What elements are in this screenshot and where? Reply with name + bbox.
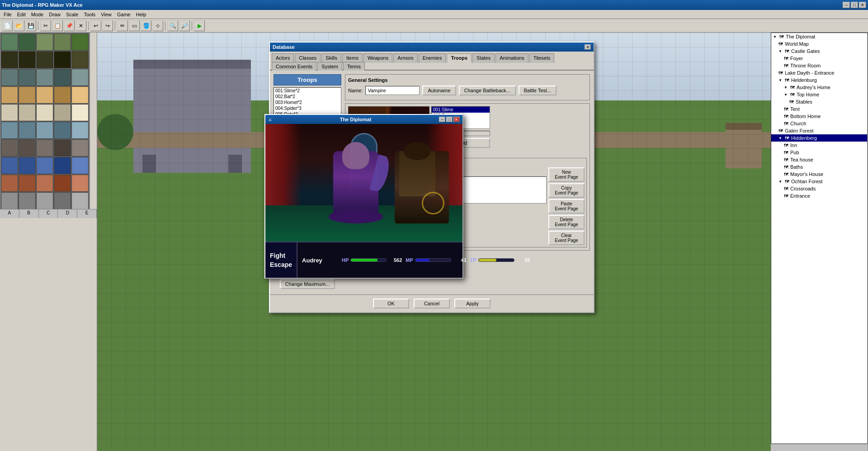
tile-19[interactable] <box>71 86 89 104</box>
tile-36[interactable] <box>19 157 36 174</box>
cancel-btn[interactable]: Cancel <box>414 299 450 309</box>
tile-14[interactable] <box>71 69 89 86</box>
map-item-hiddenberg[interactable]: ▼ 🗺 Hiddenberg <box>771 134 867 142</box>
palette-tab-c[interactable]: C <box>39 209 58 218</box>
tile-37[interactable] <box>36 157 53 174</box>
map-item-worldmap[interactable]: 🗺 World Map <box>771 40 867 47</box>
tab-weapons[interactable]: Weapons <box>363 53 392 63</box>
map-item-castlegates[interactable]: ▼ 🗺 Castle Gates <box>771 47 867 55</box>
tab-items[interactable]: Items <box>342 53 363 63</box>
minimize-btn[interactable]: ─ <box>843 2 850 8</box>
tile-45[interactable] <box>1 192 18 209</box>
menu-edit[interactable]: Edit <box>14 11 28 18</box>
delete-event-page-btn[interactable]: DeleteEvent Page <box>548 215 585 229</box>
tile-40[interactable] <box>1 175 18 192</box>
tile-30[interactable] <box>1 139 18 157</box>
tab-skills[interactable]: Skills <box>321 53 341 63</box>
ok-btn[interactable]: OK <box>373 299 409 309</box>
map-item-ochtanforest[interactable]: ▼ 🗺 Ochtan Forest <box>771 178 867 185</box>
map-item-tent[interactable]: 🗺 Tent <box>771 105 867 113</box>
tile-32[interactable] <box>36 139 53 157</box>
menu-draw[interactable]: Draw <box>46 11 63 18</box>
tile-29[interactable] <box>71 122 89 139</box>
tile-10[interactable] <box>1 69 18 86</box>
tile-28[interactable] <box>54 122 71 139</box>
battle-test-btn[interactable]: Battle Test... <box>519 85 557 95</box>
map-item-lakedayth[interactable]: 🗺 Lake Dayth - Entrance <box>771 69 867 76</box>
tile-1[interactable] <box>19 33 36 51</box>
map-list[interactable]: ▼ 🗺 The Diplomat 🗺 World Map ▼ 🗺 Castle … <box>771 33 868 444</box>
toolbar-copy[interactable]: 📋 <box>52 20 63 31</box>
toolbar-play[interactable]: ▶ <box>194 20 205 31</box>
tile-4[interactable] <box>71 33 89 51</box>
tile-39[interactable] <box>71 157 89 174</box>
tab-actors[interactable]: Actors <box>272 53 294 63</box>
menu-mode[interactable]: Mode <box>28 11 47 18</box>
map-item-church[interactable]: 🗺 Church <box>771 120 867 127</box>
troops-item-2[interactable]: 002:Bat*2 <box>274 94 341 100</box>
new-event-page-btn[interactable]: NewEvent Page <box>548 167 585 182</box>
tab-terms[interactable]: Terms <box>343 62 365 71</box>
tile-25[interactable] <box>1 122 18 139</box>
map-item-mayorshouse[interactable]: 🗺 Mayor's House <box>771 171 867 178</box>
menu-file[interactable]: File <box>1 11 14 18</box>
tab-system[interactable]: System <box>317 62 342 71</box>
tab-troops[interactable]: Troops <box>447 53 472 63</box>
bw-close-btn[interactable]: ✕ <box>453 117 460 122</box>
tab-classes[interactable]: Classes <box>295 53 321 63</box>
tile-15[interactable] <box>1 86 18 104</box>
tile-34[interactable] <box>71 139 89 157</box>
tile-22[interactable] <box>36 104 53 121</box>
tile-42[interactable] <box>36 175 53 192</box>
map-item-foyer[interactable]: 🗺 Foyer <box>771 55 867 62</box>
clear-event-page-btn[interactable]: ClearEvent Page <box>548 231 585 245</box>
tab-armors[interactable]: Armors <box>393 53 417 63</box>
tile-3[interactable] <box>54 33 71 51</box>
map-item-teahouse[interactable]: 🗺 Tea house <box>771 156 867 163</box>
tab-common-events[interactable]: Common Events <box>272 62 316 71</box>
map-item-throneroom[interactable]: 🗺 Throne Room <box>771 62 867 69</box>
bw-minimize-btn[interactable]: ─ <box>439 117 445 122</box>
bw-maximize-btn[interactable]: □ <box>446 117 453 122</box>
tile-38[interactable] <box>54 157 71 174</box>
tile-26[interactable] <box>19 122 36 139</box>
menu-view[interactable]: View <box>98 11 114 18</box>
toolbar-pencil[interactable]: ✏ <box>117 20 128 31</box>
tile-41[interactable] <box>19 175 36 192</box>
toolbar-select[interactable]: ⊹ <box>152 20 163 31</box>
tile-43[interactable] <box>54 175 71 192</box>
menu-scale[interactable]: Scale <box>63 11 81 18</box>
tile-21[interactable] <box>19 104 36 121</box>
palette-tab-e[interactable]: E <box>77 209 97 218</box>
dialog-close-btn[interactable]: ✕ <box>585 44 591 50</box>
toolbar-zoom-out[interactable]: 🔎 <box>179 20 190 31</box>
map-item-audreyhome[interactable]: ▼ 🗺 Audrey's Home <box>771 84 867 91</box>
map-item-diplomat[interactable]: ▼ 🗺 The Diplomat <box>771 33 867 40</box>
map-item-tophome[interactable]: ▼ 🗺 Top Home <box>771 91 867 98</box>
tile-49[interactable] <box>71 192 89 209</box>
tile-48[interactable] <box>54 192 71 209</box>
toolbar-paste[interactable]: 📌 <box>64 20 75 31</box>
map-item-galenforest[interactable]: 🗺 Galen Forest <box>771 127 867 134</box>
troops-item-1[interactable]: 001:Slime*2 <box>274 88 341 94</box>
tile-31[interactable] <box>19 139 36 157</box>
tile-9[interactable] <box>71 51 89 68</box>
change-battleback-btn[interactable]: Change Battleback... <box>459 85 516 95</box>
palette-tab-a[interactable]: A <box>0 209 19 218</box>
troops-item-4[interactable]: 004:Spider*3 <box>274 105 341 111</box>
toolbar-save[interactable]: 💾 <box>25 20 36 31</box>
escape-command[interactable]: Escape <box>270 261 292 268</box>
toolbar-delete[interactable]: ✕ <box>75 20 86 31</box>
tile-17[interactable] <box>36 86 53 104</box>
name-input[interactable] <box>365 86 420 95</box>
tile-23[interactable] <box>54 104 71 121</box>
tab-enemies[interactable]: Enemies <box>419 53 446 63</box>
tile-20[interactable] <box>1 104 18 121</box>
tile-5[interactable] <box>1 51 18 68</box>
autoname-btn[interactable]: Autoname <box>422 85 456 95</box>
maximize-btn[interactable]: □ <box>851 2 858 8</box>
tile-7[interactable] <box>36 51 53 68</box>
map-scrollbar-horizontal[interactable] <box>771 444 868 451</box>
palette-tab-d[interactable]: D <box>58 209 77 218</box>
fight-command[interactable]: Fight <box>270 252 292 259</box>
